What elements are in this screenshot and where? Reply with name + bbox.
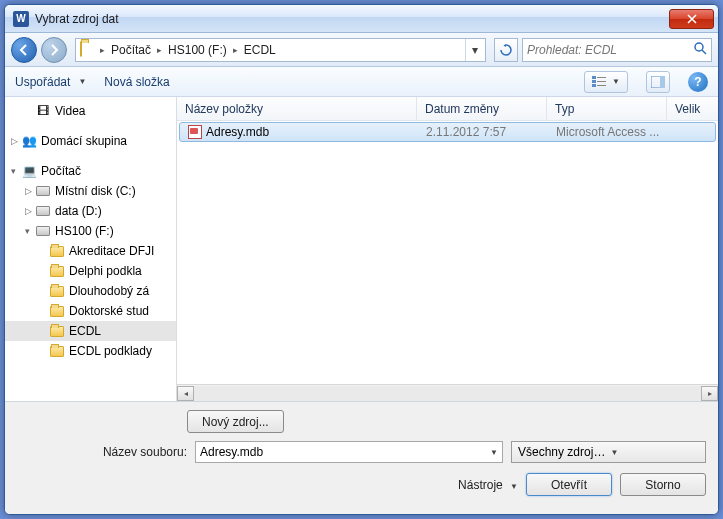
computer-icon: 💻 bbox=[21, 163, 37, 179]
filename-combo[interactable]: ▼ bbox=[195, 441, 503, 463]
drive-icon bbox=[35, 223, 51, 239]
filename-input[interactable] bbox=[200, 445, 486, 459]
file-date-cell: 2.11.2012 7:57 bbox=[418, 125, 548, 139]
arrow-right-icon bbox=[47, 43, 61, 57]
horizontal-scrollbar[interactable]: ◂ ▸ bbox=[177, 384, 718, 401]
refresh-button[interactable] bbox=[494, 38, 518, 62]
file-pane: Název položky Datum změny Typ Velik Adre… bbox=[177, 97, 718, 401]
drive-icon bbox=[35, 203, 51, 219]
back-button[interactable] bbox=[11, 37, 37, 63]
refresh-icon bbox=[500, 44, 512, 56]
chevron-down-icon: ▼ bbox=[612, 77, 620, 86]
tree-item-drive-f[interactable]: ▾HS100 (F:) bbox=[5, 221, 176, 241]
col-size[interactable]: Velik bbox=[667, 97, 718, 120]
chevron-down-icon: ▼ bbox=[510, 482, 518, 491]
svg-rect-6 bbox=[597, 81, 606, 82]
tree-item-drive-d[interactable]: ▷data (D:) bbox=[5, 201, 176, 221]
tree-item-computer[interactable]: ▾💻Počítač bbox=[5, 161, 176, 181]
organize-menu[interactable]: Uspořádat ▼ bbox=[15, 75, 86, 89]
svg-line-1 bbox=[702, 50, 706, 54]
view-mode-button[interactable]: ▼ bbox=[584, 71, 628, 93]
search-box[interactable] bbox=[522, 38, 712, 62]
film-icon: 🎞 bbox=[35, 103, 51, 119]
file-list[interactable]: Adresy.mdb 2.11.2012 7:57 Microsoft Acce… bbox=[177, 121, 718, 384]
breadcrumb-dropdown[interactable]: ▾ bbox=[465, 39, 483, 61]
access-db-icon bbox=[188, 125, 202, 139]
folder-icon bbox=[80, 42, 96, 58]
breadcrumb-seg[interactable]: ECDL bbox=[240, 43, 280, 57]
chevron-right-icon: ▸ bbox=[231, 45, 240, 55]
view-icon bbox=[592, 76, 606, 88]
preview-pane-button[interactable] bbox=[646, 71, 670, 93]
scroll-left-button[interactable]: ◂ bbox=[177, 386, 194, 401]
svg-point-0 bbox=[695, 43, 703, 51]
folder-tree[interactable]: 🎞Videa ▷👥Domácí skupina ▾💻Počítač ▷Místn… bbox=[5, 97, 177, 401]
tools-menu[interactable]: Nástroje ▼ bbox=[458, 478, 518, 492]
scroll-track[interactable] bbox=[194, 386, 701, 401]
word-icon: W bbox=[13, 11, 29, 27]
breadcrumb-seg[interactable]: Počítač bbox=[107, 43, 155, 57]
breadcrumb[interactable]: ▸ Počítač ▸ HS100 (F:) ▸ ECDL ▾ bbox=[75, 38, 486, 62]
chevron-down-icon[interactable]: ▼ bbox=[490, 448, 498, 457]
folder-icon bbox=[49, 343, 65, 359]
column-headers: Název položky Datum změny Typ Velik bbox=[177, 97, 718, 121]
tree-item[interactable]: Doktorské stud bbox=[5, 301, 176, 321]
tree-item-drive-c[interactable]: ▷Místní disk (C:) bbox=[5, 181, 176, 201]
body: 🎞Videa ▷👥Domácí skupina ▾💻Počítač ▷Místn… bbox=[5, 97, 718, 401]
folder-icon bbox=[49, 263, 65, 279]
close-icon bbox=[687, 14, 697, 24]
chevron-down-icon: ▼ bbox=[611, 448, 700, 457]
new-folder-button[interactable]: Nová složka bbox=[104, 75, 169, 89]
svg-rect-3 bbox=[592, 80, 596, 83]
col-name[interactable]: Název položky bbox=[177, 97, 417, 120]
titlebar: W Vybrat zdroj dat bbox=[5, 5, 718, 33]
search-icon[interactable] bbox=[694, 42, 707, 58]
chevron-right-icon: ▸ bbox=[155, 45, 164, 55]
search-input[interactable] bbox=[527, 43, 690, 57]
file-filter-dropdown[interactable]: Všechny zdroje dat (*.odc;*.md ▼ bbox=[511, 441, 706, 463]
tree-item[interactable]: Dlouhodobý zá bbox=[5, 281, 176, 301]
breadcrumb-seg[interactable]: HS100 (F:) bbox=[164, 43, 231, 57]
folder-icon bbox=[49, 243, 65, 259]
tree-item-homegroup[interactable]: ▷👥Domácí skupina bbox=[5, 131, 176, 151]
col-date[interactable]: Datum změny bbox=[417, 97, 547, 120]
col-type[interactable]: Typ bbox=[547, 97, 667, 120]
footer: Nový zdroj... Název souboru: ▼ Všechny z… bbox=[5, 401, 718, 514]
svg-rect-2 bbox=[592, 76, 596, 79]
nav-bar: ▸ Počítač ▸ HS100 (F:) ▸ ECDL ▾ bbox=[5, 33, 718, 67]
help-button[interactable]: ? bbox=[688, 72, 708, 92]
cancel-button[interactable]: Storno bbox=[620, 473, 706, 496]
folder-icon bbox=[49, 323, 65, 339]
tree-item[interactable]: Akreditace DFJI bbox=[5, 241, 176, 261]
arrow-left-icon bbox=[17, 43, 31, 57]
svg-rect-4 bbox=[592, 84, 596, 87]
close-button[interactable] bbox=[669, 9, 714, 29]
svg-rect-9 bbox=[660, 76, 665, 88]
folder-icon bbox=[49, 283, 65, 299]
tree-item-videa[interactable]: 🎞Videa bbox=[5, 101, 176, 121]
homegroup-icon: 👥 bbox=[21, 133, 37, 149]
tree-item[interactable]: ECDL podklady bbox=[5, 341, 176, 361]
svg-rect-7 bbox=[597, 85, 606, 86]
folder-icon bbox=[49, 303, 65, 319]
chevron-right-icon: ▸ bbox=[98, 45, 107, 55]
open-button[interactable]: Otevřít bbox=[526, 473, 612, 496]
toolbar: Uspořádat ▼ Nová složka ▼ ? bbox=[5, 67, 718, 97]
tree-item-ecdl[interactable]: ECDL bbox=[5, 321, 176, 341]
dialog-window: W Vybrat zdroj dat ▸ Počítač ▸ HS100 (F:… bbox=[4, 4, 719, 515]
tree-item[interactable]: Delphi podkla bbox=[5, 261, 176, 281]
file-name-cell: Adresy.mdb bbox=[180, 125, 418, 139]
file-row[interactable]: Adresy.mdb 2.11.2012 7:57 Microsoft Acce… bbox=[179, 122, 716, 142]
drive-icon bbox=[35, 183, 51, 199]
forward-button[interactable] bbox=[41, 37, 67, 63]
file-type-cell: Microsoft Access ... bbox=[548, 125, 698, 139]
window-title: Vybrat zdroj dat bbox=[35, 12, 669, 26]
filename-label: Název souboru: bbox=[17, 445, 187, 459]
svg-rect-5 bbox=[597, 77, 606, 78]
chevron-down-icon: ▼ bbox=[78, 77, 86, 86]
scroll-right-button[interactable]: ▸ bbox=[701, 386, 718, 401]
new-source-button[interactable]: Nový zdroj... bbox=[187, 410, 284, 433]
pane-icon bbox=[651, 76, 665, 88]
